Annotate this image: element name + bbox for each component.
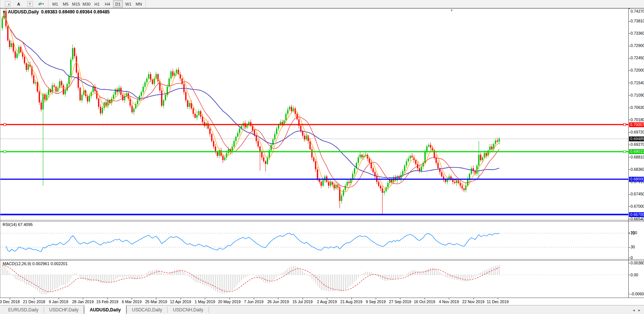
chart-canvas[interactable]	[0, 8, 644, 298]
price-tick-label: 0.71540	[631, 81, 644, 85]
chart-tab-USDCNH[interactable]: USDCNH,Daily	[168, 305, 208, 314]
resistance-line-red-price-badge: 0.70007	[629, 122, 644, 127]
date-tick-label: 6 Mar 2019	[122, 299, 141, 304]
rsi-line	[6, 233, 499, 252]
chart-title: ▼ AUDUSD,Daily 0.69383 0.69490 0.69364 0…	[2, 9, 110, 15]
date-tick-label: 1 May 2019	[195, 299, 215, 304]
support-line-blue-price-badge: 0.68000	[629, 177, 644, 182]
price-tick-label: 0.69270	[631, 142, 644, 147]
date-tick-label: 7 Jun 2019	[244, 299, 263, 304]
axis-tick	[629, 157, 630, 157]
price-tick-label: 0.70630	[631, 105, 644, 110]
tab-scroll-right-icon[interactable]: ▸	[638, 308, 640, 312]
macd-signal-line	[2, 266, 499, 292]
price-tick-label: 0.71090	[631, 93, 644, 98]
rsi-indicator-label: RSI(14) 67.4095	[3, 222, 33, 227]
resistance-line-red-handle	[4, 123, 6, 126]
date-tick-label: 2 Aug 2019	[317, 299, 337, 304]
axis-tick	[629, 233, 630, 233]
top-toolbar: F A T ⇄ ▾ M1M5M15M30H1H4D1W1MN	[0, 0, 644, 8]
font-a-icon[interactable]: A	[13, 0, 24, 7]
axis-tick	[629, 219, 630, 219]
rsi-tick-label: 70	[631, 231, 644, 236]
resistance-line-red-handle	[623, 123, 626, 126]
axis-tick	[629, 83, 630, 83]
timeframe-button-M5[interactable]: M5	[61, 0, 71, 7]
price-tick-label: 0.73810	[631, 19, 644, 23]
date-tick-label: 15 Feb 2019	[96, 299, 118, 304]
date-tick-label: 21 Dec 2018	[23, 299, 46, 304]
timeframe-button-M1[interactable]: M1	[50, 0, 60, 7]
tab-scroll-left-icon[interactable]: ◂	[633, 308, 635, 312]
chart-tab-bar: EURUSD,DailyUSDCHF,DailyAUDUSD,DailyUSDC…	[0, 305, 644, 314]
price-tick-label: 0.69720	[631, 130, 644, 135]
symbol-dropdown-caret-icon[interactable]: ▼	[2, 10, 6, 14]
axis-tick	[629, 294, 630, 294]
date-tick-label: 26 Jun 2019	[267, 299, 289, 304]
timeframe-button-M30[interactable]: M30	[82, 0, 91, 7]
date-tick-label: 15 Jul 2019	[293, 299, 313, 304]
arrange-symbols-icon[interactable]: ⇄ ▾	[36, 0, 46, 7]
axis-tick	[629, 263, 630, 263]
date-tick-label: 21 Aug 2019	[340, 299, 362, 304]
chart-tab-USDCHF[interactable]: USDCHF,Daily	[44, 305, 84, 314]
symbol-name: AUDUSD,Daily	[8, 9, 39, 15]
rsi-tick-label: 30	[631, 245, 644, 249]
price-tick-label: 0.67000	[631, 204, 644, 209]
price-tick-label: 0.72450	[631, 56, 644, 60]
chart-tab-USDCAD[interactable]: USDCAD,Daily	[127, 305, 168, 314]
macd-tick-label: 0.00	[631, 273, 644, 277]
date-tick-label: 16 Oct 2019	[414, 299, 435, 304]
price-tick-label: 0.67450	[631, 192, 644, 197]
axis-tick	[629, 206, 630, 207]
timeframe-button-W1[interactable]: W1	[124, 0, 133, 7]
support-line-green-price-badge: 0.69011	[629, 149, 644, 154]
axis-tick	[629, 95, 630, 95]
date-tick-label: 12 Apr 2019	[170, 299, 191, 304]
axis-tick	[629, 132, 630, 133]
timeframe-button-MN[interactable]: MN	[134, 0, 144, 7]
dropdown-caret-icon: ▾	[43, 2, 44, 6]
current-price-line-price-badge: 0.69485	[629, 136, 644, 141]
axis-tick	[629, 169, 630, 170]
chart-tab-EURUSD[interactable]: EURUSD,Daily	[3, 305, 44, 314]
price-tick-label: 0.72900	[631, 43, 644, 48]
timeframe-button-D1[interactable]: D1	[113, 0, 123, 7]
indicator-grid-f-icon[interactable]: F	[2, 0, 13, 7]
axis-tick	[629, 33, 630, 34]
price-tick-label: 0.74270	[631, 9, 644, 14]
ma-fast-line	[2, 15, 499, 192]
axis-tick	[629, 258, 630, 258]
date-tick-label: 25 Mar 2019	[145, 299, 167, 304]
price-tick-label: 0.73360	[631, 31, 644, 36]
axis-tick	[629, 275, 630, 275]
date-tick-label: 4 Nov 2019	[439, 299, 459, 304]
rsi-tick-label: 0	[631, 255, 644, 260]
axis-tick	[629, 182, 630, 182]
axis-tick	[629, 46, 630, 46]
timeframe-toolbar: M1M5M15M30H1H4D1W1MN	[48, 0, 146, 8]
price-tick-label: 0.70180	[631, 117, 644, 122]
support-line-green-handle	[623, 151, 626, 153]
axis-tick	[629, 21, 630, 22]
major-support-line-blue-price-badge: 0.66700	[629, 212, 644, 217]
axis-tick	[629, 120, 630, 120]
chart-tab-AUDUSD[interactable]: AUDUSD,Daily	[84, 305, 126, 314]
text-label-t-icon[interactable]: T	[25, 0, 35, 7]
timeframe-button-H4[interactable]: H4	[103, 0, 112, 7]
timeframe-button-M15[interactable]: M15	[71, 0, 81, 7]
tabs-holder: EURUSD,DailyUSDCHF,DailyAUDUSD,DailyUSDC…	[3, 305, 209, 314]
axis-tick	[629, 194, 630, 195]
timeframe-button-H1[interactable]: H1	[92, 0, 102, 7]
candles-layer	[1, 9, 500, 215]
axis-tick	[629, 145, 630, 145]
chart-shift-marker-icon[interactable]: ▼	[450, 9, 453, 12]
date-tick-label: 9 Sep 2019	[366, 299, 386, 304]
date-axis[interactable]: 3 Dec 201821 Dec 20189 Jan 201928 Jan 20…	[0, 298, 644, 305]
macd-tick-label: 0.003804	[631, 261, 644, 266]
toolbar-icon-group: F A T ⇄ ▾	[0, 0, 48, 8]
price-tick-label: 0.72000	[631, 68, 644, 73]
support-line-green-handle	[4, 151, 6, 153]
chart-window: ▼ AUDUSD,Daily 0.69383 0.69490 0.69364 0…	[0, 8, 644, 298]
date-tick-label: 28 Jan 2019	[72, 299, 94, 304]
